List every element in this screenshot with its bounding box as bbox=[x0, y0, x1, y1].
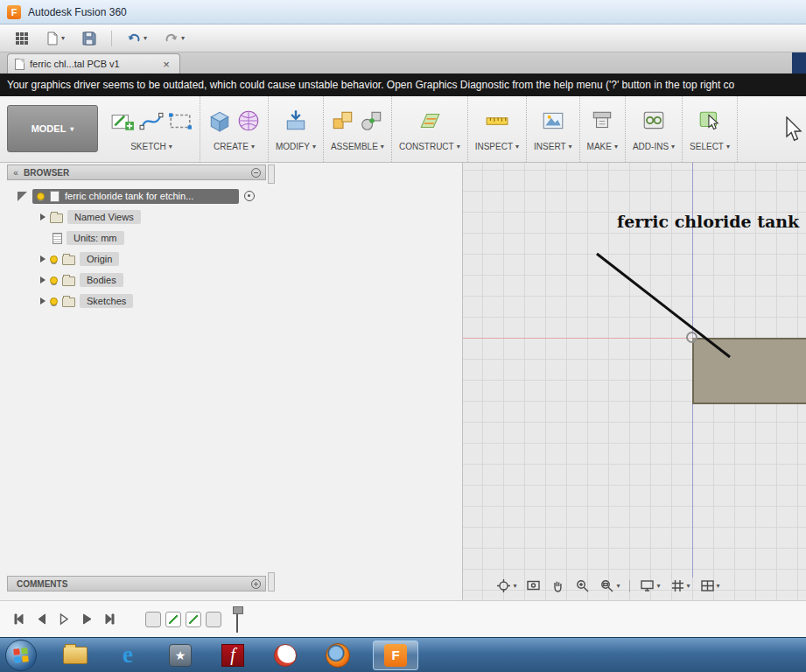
zoom-button[interactable] bbox=[575, 578, 590, 593]
display-settings-button[interactable] bbox=[640, 578, 660, 593]
modify-menu[interactable]: MODIFY bbox=[276, 142, 316, 151]
viewports-button[interactable] bbox=[700, 578, 720, 593]
expander-icon[interactable] bbox=[40, 276, 46, 284]
rectangle-tool-icon[interactable] bbox=[168, 108, 193, 133]
create-sketch-icon[interactable] bbox=[110, 108, 135, 133]
file-menu-button[interactable] bbox=[44, 28, 67, 49]
comments-expand-icon[interactable] bbox=[251, 579, 261, 589]
taskbar-red-circle-app[interactable] bbox=[271, 641, 299, 669]
modify-caret-icon bbox=[312, 143, 316, 150]
press-pull-icon[interactable] bbox=[284, 108, 308, 133]
timeline-bar bbox=[0, 600, 806, 637]
taskbar-gallery-app[interactable] bbox=[166, 641, 194, 669]
save-button[interactable] bbox=[80, 28, 99, 49]
go-to-start-button[interactable] bbox=[9, 610, 28, 629]
workspace-selector[interactable]: MODEL bbox=[7, 105, 98, 152]
step-back-button[interactable] bbox=[32, 610, 51, 629]
visibility-bulb-icon[interactable] bbox=[50, 276, 58, 284]
extrude-icon[interactable] bbox=[207, 108, 232, 133]
activate-component-radio[interactable] bbox=[244, 191, 255, 201]
orbit-button[interactable] bbox=[496, 578, 516, 593]
viewport-canvas[interactable]: ferric chloride tank bbox=[462, 163, 806, 600]
active-component-icon bbox=[18, 192, 27, 201]
addins-menu[interactable]: ADD-INS bbox=[633, 142, 675, 151]
browser-minimize-icon[interactable] bbox=[251, 168, 261, 178]
expander-icon[interactable] bbox=[40, 256, 46, 262]
pan-button[interactable] bbox=[550, 578, 565, 593]
component-doc-icon bbox=[50, 191, 60, 202]
select-tool-icon[interactable] bbox=[697, 108, 722, 133]
timeline-position-marker[interactable] bbox=[233, 606, 242, 633]
look-at-button[interactable] bbox=[526, 578, 541, 593]
create-form-icon[interactable] bbox=[236, 108, 261, 133]
undo-icon bbox=[127, 32, 141, 45]
fit-zoom-button[interactable] bbox=[599, 578, 620, 593]
select-menu[interactable]: SELECT bbox=[690, 142, 730, 151]
tree-item-named-views[interactable]: Named Views bbox=[7, 206, 270, 228]
app-grid-button[interactable] bbox=[12, 28, 32, 49]
step-forward-button[interactable] bbox=[54, 610, 74, 629]
timeline-sketch-icon[interactable] bbox=[165, 612, 181, 627]
construction-plane-icon[interactable] bbox=[417, 108, 442, 133]
document-tab[interactable]: ferric chl...tal PCB v1 bbox=[7, 53, 180, 74]
grid-caret-icon bbox=[687, 582, 690, 590]
undo-caret-icon bbox=[144, 34, 147, 42]
taskbar-adobe-flash[interactable] bbox=[219, 641, 247, 669]
sketch-menu[interactable]: SKETCH bbox=[130, 142, 172, 151]
tree-item-origin[interactable]: Origin bbox=[7, 248, 270, 270]
tab-close-icon[interactable] bbox=[160, 58, 172, 71]
timeline-feature-icon[interactable] bbox=[145, 612, 161, 627]
create-menu[interactable]: CREATE bbox=[214, 142, 255, 151]
taskbar-internet-explorer[interactable] bbox=[114, 641, 142, 669]
taskbar-windows-explorer[interactable] bbox=[61, 641, 89, 669]
ribbon-group-modify: MODIFY bbox=[269, 96, 324, 162]
tree-item-sketches[interactable]: Sketches bbox=[7, 290, 270, 312]
ribbon-group-addins: ADD-INS bbox=[626, 96, 683, 162]
collapse-panel-icon[interactable] bbox=[8, 168, 24, 178]
joint-icon[interactable] bbox=[360, 108, 384, 133]
inspect-menu[interactable]: INSPECT bbox=[475, 142, 519, 151]
file-menu-caret-icon bbox=[61, 34, 65, 42]
insert-menu[interactable]: INSERT bbox=[534, 142, 572, 151]
tank-body-rectangle[interactable] bbox=[692, 338, 806, 404]
visibility-bulb-icon[interactable] bbox=[50, 298, 58, 305]
expander-icon[interactable] bbox=[40, 298, 46, 304]
tree-item-bodies[interactable]: Bodies bbox=[7, 270, 270, 290]
addins-icon[interactable] bbox=[641, 108, 666, 133]
taskbar-firefox[interactable] bbox=[324, 641, 352, 669]
spline-icon[interactable] bbox=[139, 108, 164, 133]
ribbon-group-assemble: ASSEMBLE bbox=[324, 96, 392, 162]
new-component-icon[interactable] bbox=[331, 108, 355, 133]
tree-root-component[interactable]: ferric chloride tank for etchin... bbox=[7, 186, 270, 206]
taskbar-fusion360-active[interactable] bbox=[373, 640, 418, 670]
expander-icon[interactable] bbox=[40, 214, 46, 220]
fusion-app-icon bbox=[7, 5, 21, 19]
assemble-menu[interactable]: ASSEMBLE bbox=[331, 142, 384, 151]
visibility-bulb-icon[interactable] bbox=[50, 256, 58, 263]
ribbon-group-select: SELECT bbox=[683, 96, 738, 162]
play-button[interactable] bbox=[77, 610, 96, 629]
comments-panel-handle[interactable] bbox=[268, 572, 275, 592]
undo-button[interactable] bbox=[124, 28, 150, 49]
redo-button[interactable] bbox=[162, 28, 187, 49]
create-caret-icon bbox=[251, 143, 255, 150]
make-menu[interactable]: MAKE bbox=[587, 142, 618, 151]
tree-item-units[interactable]: Units: mm bbox=[7, 228, 270, 248]
ribbon-toolbar: MODEL SKETCH CREATE MODIFY bbox=[0, 96, 806, 163]
comments-panel-header[interactable]: COMMENTS bbox=[7, 576, 266, 592]
visibility-bulb-icon[interactable] bbox=[37, 192, 45, 200]
measure-icon[interactable] bbox=[485, 108, 509, 133]
timeline-sketch-icon[interactable] bbox=[186, 612, 201, 627]
tree-item-label: Origin bbox=[80, 252, 119, 266]
grid-settings-button[interactable] bbox=[670, 578, 690, 593]
graphics-warning-banner: Your graphics driver seems to be outdate… bbox=[0, 74, 806, 96]
timeline-feature-icon[interactable] bbox=[206, 612, 221, 627]
browser-panel-header[interactable]: BROWSER bbox=[7, 164, 266, 180]
sketch-text-annotation[interactable]: ferric chloride tank bbox=[617, 212, 799, 231]
construct-menu[interactable]: CONSTRUCT bbox=[399, 142, 460, 151]
insert-image-icon[interactable] bbox=[541, 108, 565, 133]
make-3dprint-icon[interactable] bbox=[590, 108, 614, 133]
go-to-end-button[interactable] bbox=[100, 610, 119, 629]
start-button[interactable] bbox=[5, 640, 37, 671]
browser-panel-handle[interactable] bbox=[268, 164, 275, 184]
